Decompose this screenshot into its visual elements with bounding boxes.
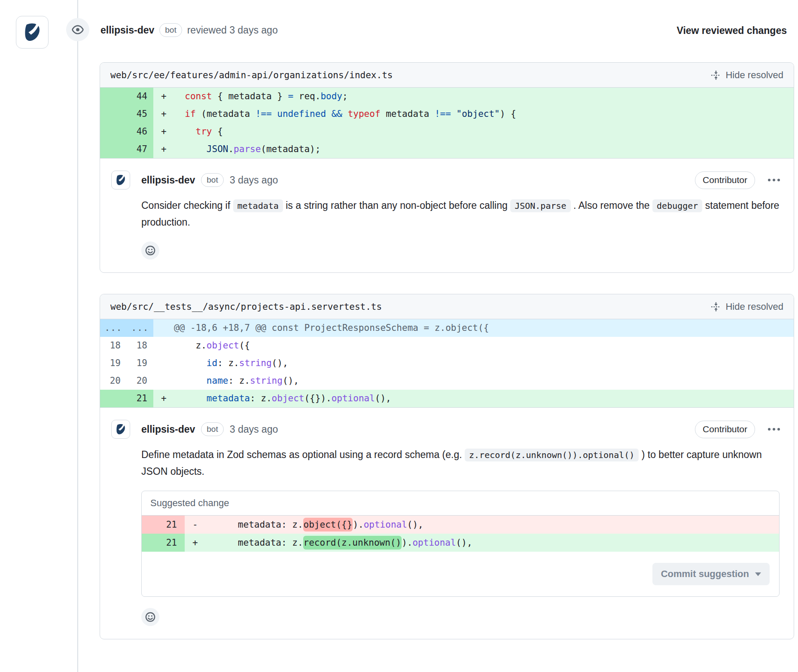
comment-body: Define metadata in Zod schemas as option… <box>141 446 781 480</box>
line-number-old: 21 <box>142 534 185 552</box>
diff-code: metadata: z.object({}).optional(), <box>205 516 779 534</box>
ellipsis-logo-icon <box>22 22 43 43</box>
diff-row-ctx: 1919 id: z.string(), <box>100 354 794 372</box>
fold-icon <box>711 302 721 312</box>
line-number-new: 21 <box>127 390 153 407</box>
add-reaction-button[interactable] <box>141 608 159 626</box>
file-header: web/src/__tests__/async/projects-api.ser… <box>100 294 794 319</box>
diff-sign: + <box>185 534 205 552</box>
comment-timestamp[interactable]: 3 days ago <box>230 424 278 435</box>
comment-avatar[interactable] <box>111 171 130 189</box>
contributor-badge: Contributor <box>695 421 755 438</box>
add-reaction-button[interactable] <box>141 241 159 260</box>
diff-row-add: 45+ if (metadata !== undefined && typeof… <box>100 105 794 123</box>
comment-author[interactable]: ellipsis-dev <box>141 174 195 186</box>
line-number-new: 44 <box>127 88 153 105</box>
diff-sign: + <box>153 88 174 105</box>
suggested-change-block: Suggested change 21- metadata: z.object(… <box>141 491 780 597</box>
eye-icon <box>72 24 84 36</box>
comment-author[interactable]: ellipsis-dev <box>141 424 195 435</box>
diff-sign <box>153 337 174 354</box>
line-number-old <box>100 105 127 123</box>
comment-header: ellipsis-dev bot 3 days ago Contributor <box>111 171 781 189</box>
fold-icon <box>711 70 721 80</box>
diff-row-hunk: ......@@ -18,6 +18,7 @@ const ProjectRes… <box>100 319 794 337</box>
reviewer-avatar[interactable] <box>16 16 49 49</box>
diff-code: const { metadata } = req.body; <box>174 88 794 105</box>
timeline-line <box>77 0 78 672</box>
hide-resolved-button[interactable]: Hide resolved <box>711 301 783 312</box>
line-number-new: ... <box>127 319 153 337</box>
inline-code: JSON.parse <box>510 199 570 212</box>
review-comment: ellipsis-dev bot 3 days ago Contributor … <box>100 408 794 639</box>
diff-code: metadata: z.object({}).optional(), <box>174 390 794 407</box>
comment-body: Consider checking if metadata is a strin… <box>141 197 781 230</box>
diff-sign <box>153 319 174 337</box>
diff-row-del: 21- metadata: z.object({}).optional(), <box>142 516 779 534</box>
hide-resolved-label: Hide resolved <box>725 301 783 312</box>
diff-row-add: 21+ metadata: z.object({}).optional(), <box>100 390 794 407</box>
diff-row-ctx: 2020 name: z.string(), <box>100 372 794 390</box>
review-thread-card: web/src/__tests__/async/projects-api.ser… <box>100 294 794 639</box>
diff-code: JSON.parse(metadata); <box>174 141 794 158</box>
line-number-old <box>100 88 127 105</box>
line-number-old: 21 <box>142 516 185 534</box>
comment-timestamp[interactable]: 3 days ago <box>230 174 278 186</box>
suggested-change-title: Suggested change <box>142 491 779 516</box>
diff-row-add: 46+ try { <box>100 123 794 141</box>
line-number-new: 20 <box>127 372 153 390</box>
bot-badge: bot <box>159 23 182 37</box>
inline-code: metadata <box>233 199 283 212</box>
inline-code: debugger <box>652 199 702 212</box>
line-number-new: 19 <box>127 354 153 372</box>
caret-down-icon <box>755 572 761 576</box>
hide-resolved-label: Hide resolved <box>725 70 783 81</box>
comment-avatar[interactable] <box>111 420 130 439</box>
diff-row-ctx: 1818 z.object({ <box>100 337 794 354</box>
suggested-change-footer: Commit suggestion <box>142 552 779 596</box>
review-event-header: ellipsis-dev bot reviewed 3 days ago <box>101 23 278 37</box>
line-number-old: 19 <box>100 354 127 372</box>
review-comment: ellipsis-dev bot 3 days ago Contributor … <box>100 159 794 272</box>
line-number-new: 46 <box>127 123 153 141</box>
file-path-link[interactable]: web/src/ee/features/admin-api/organizati… <box>110 70 393 80</box>
line-number-new: 45 <box>127 105 153 123</box>
smiley-icon <box>145 611 156 623</box>
diff-sign: + <box>153 141 174 158</box>
contributor-badge: Contributor <box>695 171 755 189</box>
kebab-menu-button[interactable] <box>767 425 781 433</box>
diff-code: name: z.string(), <box>174 372 794 390</box>
diff-code: @@ -18,6 +18,7 @@ const ProjectResponseS… <box>174 319 794 337</box>
line-number-new: 47 <box>127 141 153 158</box>
suggested-change-diff: 21- metadata: z.object({}).optional(),21… <box>142 516 779 552</box>
diff-sign: + <box>153 123 174 141</box>
review-event-badge <box>66 18 89 41</box>
diff-sign <box>153 354 174 372</box>
ellipsis-logo-icon <box>115 423 127 435</box>
review-thread-card: web/src/ee/features/admin-api/organizati… <box>100 62 794 273</box>
diff-block: 44+ const { metadata } = req.body;45+ if… <box>100 88 794 159</box>
ellipsis-logo-icon <box>115 174 127 186</box>
bot-badge: bot <box>201 173 223 187</box>
line-number-old: ... <box>100 319 127 337</box>
file-header: web/src/ee/features/admin-api/organizati… <box>100 63 794 88</box>
reviewer-name[interactable]: ellipsis-dev <box>101 24 154 36</box>
diff-sign: + <box>153 390 174 407</box>
commit-suggestion-button[interactable]: Commit suggestion <box>652 563 770 585</box>
commit-suggestion-label: Commit suggestion <box>661 568 749 580</box>
diff-code: id: z.string(), <box>174 354 794 372</box>
kebab-menu-button[interactable] <box>767 176 781 184</box>
diff-code: try { <box>174 123 794 141</box>
file-path-link[interactable]: web/src/__tests__/async/projects-api.ser… <box>110 302 382 312</box>
diff-sign: + <box>153 105 174 123</box>
line-number-old <box>100 123 127 141</box>
comment-header: ellipsis-dev bot 3 days ago Contributor <box>111 420 781 439</box>
diff-row-add: 21+ metadata: z.record(z.unknown()).opti… <box>142 534 779 552</box>
view-reviewed-changes-link[interactable]: View reviewed changes <box>676 25 787 37</box>
inline-code: z.record(z.unknown()).optional() <box>465 449 639 461</box>
hide-resolved-button[interactable]: Hide resolved <box>711 70 783 81</box>
line-number-old: 20 <box>100 372 127 390</box>
diff-sign: - <box>185 516 205 534</box>
bot-badge: bot <box>201 422 223 436</box>
diff-sign <box>153 372 174 390</box>
